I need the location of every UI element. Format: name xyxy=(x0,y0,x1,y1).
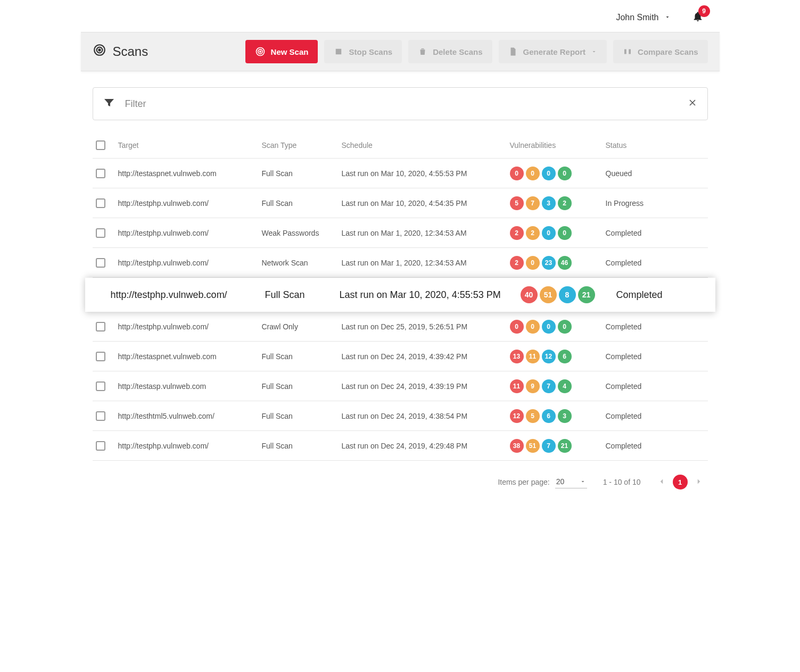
column-vulnerabilities[interactable]: Vulnerabilities xyxy=(510,141,606,150)
chevron-right-icon xyxy=(694,477,704,486)
scan-schedule: Last run on Dec 24, 2019, 4:39:19 PM xyxy=(342,382,510,391)
filter-icon xyxy=(103,96,116,111)
vuln-info-badge: 46 xyxy=(558,256,572,270)
vuln-medium-badge: 11 xyxy=(526,350,540,363)
vuln-low-badge: 7 xyxy=(542,439,556,453)
generate-report-button[interactable]: Generate Report xyxy=(499,40,607,63)
vuln-info-badge: 4 xyxy=(558,379,572,393)
row-checkbox[interactable] xyxy=(96,322,105,331)
svg-point-2 xyxy=(98,49,100,51)
table-row[interactable]: http://testphp.vulnweb.com/Network ScanL… xyxy=(93,248,708,278)
scan-status: Completed xyxy=(606,259,708,267)
compare-scans-button[interactable]: Compare Scans xyxy=(613,40,707,63)
scan-schedule: Last run on Dec 24, 2019, 4:29:48 PM xyxy=(342,442,510,450)
column-scan-type[interactable]: Scan Type xyxy=(262,141,342,150)
current-page[interactable]: 1 xyxy=(673,475,688,490)
vuln-high-badge: 0 xyxy=(510,167,524,180)
scan-schedule: Last run on Mar 10, 2020, 4:55:53 PM xyxy=(340,289,521,301)
stop-scans-button[interactable]: Stop Scans xyxy=(324,40,402,63)
table-header: Target Scan Type Schedule Vulnerabilitie… xyxy=(93,132,708,159)
vulnerability-badges: 11974 xyxy=(510,379,606,393)
user-name: John Smith xyxy=(616,13,658,22)
column-schedule[interactable]: Schedule xyxy=(342,141,510,150)
scan-target: http://testhtml5.vulnweb.com/ xyxy=(118,412,262,420)
table-row[interactable]: http://testphp.vulnweb.com/Full ScanLast… xyxy=(85,278,715,312)
vulnerability-badges: 3851721 xyxy=(510,439,606,453)
vulnerability-badges: 1311126 xyxy=(510,350,606,363)
user-menu[interactable]: John Smith xyxy=(616,13,670,22)
close-icon[interactable] xyxy=(687,97,698,110)
vuln-medium-badge: 51 xyxy=(540,286,557,303)
scan-schedule: Last run on Dec 24, 2019, 4:38:54 PM xyxy=(342,412,510,420)
column-target[interactable]: Target xyxy=(118,141,262,150)
scan-type: Full Scan xyxy=(262,382,342,391)
table-row[interactable]: http://testhtml5.vulnweb.com/Full ScanLa… xyxy=(93,401,708,431)
vuln-low-badge: 3 xyxy=(542,196,556,210)
items-per-page-select[interactable]: 20 xyxy=(555,476,587,488)
scan-schedule: Last run on Mar 10, 2020, 4:55:53 PM xyxy=(342,169,510,178)
row-checkbox[interactable] xyxy=(96,381,105,391)
scan-status: Completed xyxy=(606,382,708,391)
row-checkbox[interactable] xyxy=(96,198,105,208)
vuln-high-badge: 38 xyxy=(510,439,524,453)
table-row[interactable]: http://testphp.vulnweb.com/Crawl OnlyLas… xyxy=(93,312,708,342)
vulnerability-badges: 0000 xyxy=(510,167,606,180)
scan-type: Full Scan xyxy=(265,289,340,301)
vulnerability-badges: 4051821 xyxy=(521,286,616,303)
stop-icon xyxy=(334,47,343,56)
scan-type: Full Scan xyxy=(262,352,342,361)
vuln-info-badge: 6 xyxy=(558,350,572,363)
prev-page-button[interactable] xyxy=(657,477,666,488)
scan-target: http://testphp.vulnweb.com/ xyxy=(118,442,262,450)
vuln-medium-badge: 0 xyxy=(526,256,540,270)
scan-target: http://testasp.vulnweb.com xyxy=(118,382,262,391)
row-checkbox[interactable] xyxy=(96,411,105,421)
scan-schedule: Last run on Mar 1, 2020, 12:34:53 AM xyxy=(342,229,510,237)
vuln-high-badge: 2 xyxy=(510,226,524,240)
new-scan-button[interactable]: New Scan xyxy=(245,40,318,63)
scan-type: Crawl Only xyxy=(262,322,342,331)
scan-status: Completed xyxy=(616,289,708,301)
vuln-medium-badge: 0 xyxy=(526,320,540,334)
table-row[interactable]: http://testphp.vulnweb.com/Weak Password… xyxy=(93,218,708,248)
scan-status: Completed xyxy=(606,322,708,331)
scan-schedule: Last run on Dec 25, 2019, 5:26:51 PM xyxy=(342,322,510,331)
select-all-checkbox[interactable] xyxy=(96,140,105,150)
vuln-info-badge: 21 xyxy=(558,439,572,453)
vuln-medium-badge: 5 xyxy=(526,409,540,423)
vuln-high-badge: 11 xyxy=(510,379,524,393)
scan-status: Completed xyxy=(606,442,708,450)
table-row[interactable]: http://testaspnet.vulnweb.comFull ScanLa… xyxy=(93,159,708,188)
row-checkbox[interactable] xyxy=(96,169,105,178)
filter-input[interactable] xyxy=(125,98,678,110)
vuln-info-badge: 2 xyxy=(558,196,572,210)
row-checkbox[interactable] xyxy=(96,228,105,238)
table-row[interactable]: http://testaspnet.vulnweb.comFull ScanLa… xyxy=(93,342,708,371)
scan-status: Queued xyxy=(606,169,708,178)
vuln-low-badge: 8 xyxy=(559,286,576,303)
vuln-medium-badge: 7 xyxy=(526,196,540,210)
row-checkbox[interactable] xyxy=(96,258,105,268)
scan-target: http://testaspnet.vulnweb.com xyxy=(118,169,262,178)
table-row[interactable]: http://testphp.vulnweb.com/Full ScanLast… xyxy=(93,188,708,218)
delete-scans-button[interactable]: Delete Scans xyxy=(408,40,492,63)
vuln-low-badge: 0 xyxy=(542,167,556,180)
table-row[interactable]: http://testphp.vulnweb.com/Full ScanLast… xyxy=(93,431,708,461)
row-checkbox[interactable] xyxy=(96,352,105,361)
row-checkbox[interactable] xyxy=(96,441,105,451)
scan-target: http://testphp.vulnweb.com/ xyxy=(111,289,265,301)
vuln-low-badge: 6 xyxy=(542,409,556,423)
vuln-high-badge: 2 xyxy=(510,256,524,270)
vuln-medium-badge: 2 xyxy=(526,226,540,240)
document-icon xyxy=(508,47,518,56)
vuln-info-badge: 0 xyxy=(558,320,572,334)
vuln-low-badge: 12 xyxy=(542,350,556,363)
vuln-low-badge: 0 xyxy=(542,226,556,240)
column-status[interactable]: Status xyxy=(606,141,708,150)
notifications-button[interactable]: 9 xyxy=(692,11,704,24)
filter-box xyxy=(93,87,708,120)
vuln-medium-badge: 0 xyxy=(526,167,540,180)
scan-target: http://testaspnet.vulnweb.com xyxy=(118,352,262,361)
table-row[interactable]: http://testasp.vulnweb.comFull ScanLast … xyxy=(93,371,708,401)
next-page-button[interactable] xyxy=(694,477,704,488)
